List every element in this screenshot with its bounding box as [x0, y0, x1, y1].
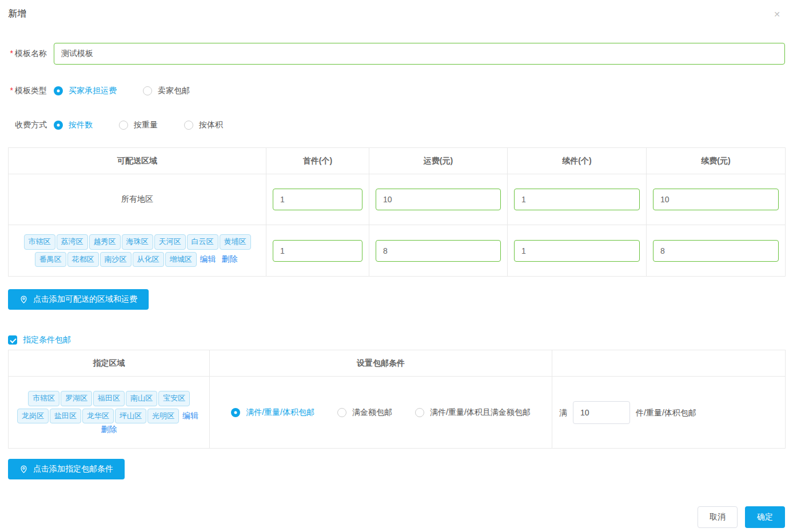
close-icon[interactable]: ✕: [774, 10, 780, 18]
threshold-input[interactable]: [573, 401, 630, 424]
radio-icon: [143, 86, 152, 95]
region-tag: 荔湾区: [57, 234, 88, 250]
radio-label: 满件/重量/体积且满金额包邮: [430, 407, 531, 418]
table-row-all-regions: 所有地区: [9, 174, 786, 225]
region-tag: 花都区: [67, 252, 99, 267]
region-tag: 白云区: [187, 234, 218, 250]
radio-seller-free-shipping[interactable]: 卖家包邮: [143, 86, 190, 96]
region-tag: 从化区: [133, 252, 164, 267]
table-row-guangzhou-districts: 市辖区荔湾区越秀区海珠区天河区白云区黄埔区番禺区花都区南沙区从化区增城区 编辑 …: [9, 225, 786, 277]
add-region-button[interactable]: 点击添加可配送的区域和运费: [8, 289, 149, 310]
table-row-shenzhen-districts: 市辖区罗湖区福田区南山区宝安区龙岗区盐田区龙华区坪山区光明区 编辑 删除 满件/…: [9, 377, 786, 449]
col-header-fee: 运费(元): [369, 148, 508, 174]
edit-link[interactable]: 编辑: [182, 411, 198, 421]
region-tag: 市辖区: [24, 234, 55, 250]
region-tag: 盐田区: [50, 409, 81, 424]
condition-table-header-row: 指定区域 设置包邮条件: [9, 350, 786, 377]
first-qty-input[interactable]: [273, 240, 362, 262]
region-tag: 南山区: [126, 391, 157, 406]
radio-icon: [54, 121, 63, 130]
region-tag: 海珠区: [122, 234, 153, 250]
next-qty-input[interactable]: [514, 189, 640, 210]
radio-icon: [337, 408, 346, 417]
threshold-suffix: 件/重量/体积包邮: [636, 408, 696, 417]
free-shipping-checkbox-label[interactable]: 指定条件包邮: [23, 335, 71, 345]
next-fee-input[interactable]: [653, 189, 779, 210]
dialog-header: 新增 ✕: [8, 8, 785, 20]
region-tag: 天河区: [154, 234, 186, 250]
add-condition-button[interactable]: 点击添加指定包邮条件: [8, 459, 125, 479]
region-tag: 越秀区: [89, 234, 121, 250]
radio-min-qty-and-amount[interactable]: 满件/重量/体积且满金额包邮: [415, 407, 531, 418]
region-tag: 宝安区: [158, 391, 190, 406]
delete-link[interactable]: 删除: [101, 425, 117, 435]
shipping-table-header-row: 可配送区域 首件(个) 运费(元) 续件(个) 续费(元): [9, 148, 786, 174]
shipping-fee-table: 可配送区域 首件(个) 运费(元) 续件(个) 续费(元) 所有地区 市辖区荔湾…: [8, 147, 786, 277]
template-type-label: *模板类型: [8, 86, 47, 96]
col-header-region: 可配送区域: [9, 148, 266, 174]
col-header-next-fee: 续费(元): [647, 148, 786, 174]
region-tag: 福田区: [93, 391, 125, 406]
add-condition-button-row: 点击添加指定包邮条件: [8, 459, 785, 479]
col-header-next-qty: 续件(个): [508, 148, 647, 174]
threshold-cell: 满件/重量/体积包邮: [552, 377, 786, 449]
region-tags: 市辖区罗湖区福田区南山区宝安区龙岗区盐田区龙华区坪山区光明区 编辑 删除: [9, 390, 209, 435]
region-tag: 市辖区: [28, 391, 59, 406]
template-name-row: *模板名称: [8, 43, 785, 65]
cancel-button[interactable]: 取消: [698, 506, 738, 528]
col-header-specified-region: 指定区域: [9, 350, 210, 377]
fee-input[interactable]: [376, 189, 501, 210]
confirm-button[interactable]: 确定: [745, 506, 785, 528]
region-all-label: 所有地区: [121, 194, 153, 203]
region-tag: 罗湖区: [61, 391, 92, 406]
radio-label: 按件数: [69, 120, 93, 130]
threshold-prefix: 满: [559, 408, 567, 417]
free-shipping-condition-table: 指定区域 设置包邮条件 市辖区罗湖区福田区南山区宝安区龙岗区盐田区龙华区坪山区光…: [8, 350, 786, 449]
first-qty-input[interactable]: [273, 189, 362, 210]
delete-link[interactable]: 删除: [222, 254, 238, 265]
template-name-label: *模板名称: [8, 49, 47, 59]
radio-min-amount[interactable]: 满金额包邮: [337, 407, 392, 418]
free-shipping-checkbox-row: 指定条件包邮: [8, 335, 785, 345]
radio-label: 按体积: [199, 120, 223, 130]
required-mark: *: [10, 49, 13, 58]
col-header-condition: 设置包邮条件: [210, 350, 552, 377]
location-pin-icon: [19, 465, 28, 474]
next-fee-input[interactable]: [653, 240, 779, 262]
radio-icon: [415, 408, 424, 417]
region-tag: 坪山区: [115, 409, 146, 424]
col-header-first-qty: 首件(个): [266, 148, 369, 174]
region-tag: 增城区: [165, 252, 197, 267]
location-pin-icon: [19, 295, 28, 304]
template-name-input[interactable]: [54, 43, 785, 65]
region-tag: 龙华区: [82, 409, 114, 424]
radio-label: 满件/重量/体积包邮: [246, 407, 314, 418]
page-title: 新增: [8, 8, 26, 20]
col-header-empty: [552, 350, 786, 377]
radio-icon: [184, 121, 193, 130]
radio-icon: [119, 121, 128, 130]
region-tag: 南沙区: [100, 252, 131, 267]
radio-by-piece[interactable]: 按件数: [54, 120, 93, 130]
radio-buyer-pays-shipping[interactable]: 买家承担运费: [54, 86, 117, 96]
charge-method-label: 收费方式: [8, 120, 47, 130]
free-shipping-checkbox[interactable]: [8, 335, 17, 345]
region-tags: 市辖区荔湾区越秀区海珠区天河区白云区黄埔区番禺区花都区南沙区从化区增城区 编辑 …: [9, 233, 266, 269]
radio-label: 按重量: [134, 120, 158, 130]
region-tag: 光明区: [148, 409, 179, 424]
template-type-row: *模板类型 买家承担运费 卖家包邮: [8, 86, 785, 96]
new-shipping-template-dialog: 新增 ✕ *模板名称 *模板类型 买家承担运费 卖家包邮 收费方式 按件数 按重…: [0, 0, 793, 532]
dialog-footer: 取消 确定: [698, 506, 785, 528]
radio-icon: [54, 86, 63, 95]
radio-icon: [231, 408, 240, 417]
edit-link[interactable]: 编辑: [200, 254, 216, 265]
radio-by-weight[interactable]: 按重量: [119, 120, 158, 130]
next-qty-input[interactable]: [514, 240, 640, 262]
condition-radio-group: 满件/重量/体积包邮 满金额包邮 满件/重量/体积且满金额包邮: [210, 407, 552, 418]
radio-by-volume[interactable]: 按体积: [184, 120, 223, 130]
add-region-button-row: 点击添加可配送的区域和运费: [8, 289, 785, 310]
radio-label: 卖家包邮: [158, 86, 190, 96]
radio-label: 满金额包邮: [352, 407, 392, 418]
radio-min-qty-weight-volume[interactable]: 满件/重量/体积包邮: [231, 407, 314, 418]
fee-input[interactable]: [376, 240, 501, 262]
